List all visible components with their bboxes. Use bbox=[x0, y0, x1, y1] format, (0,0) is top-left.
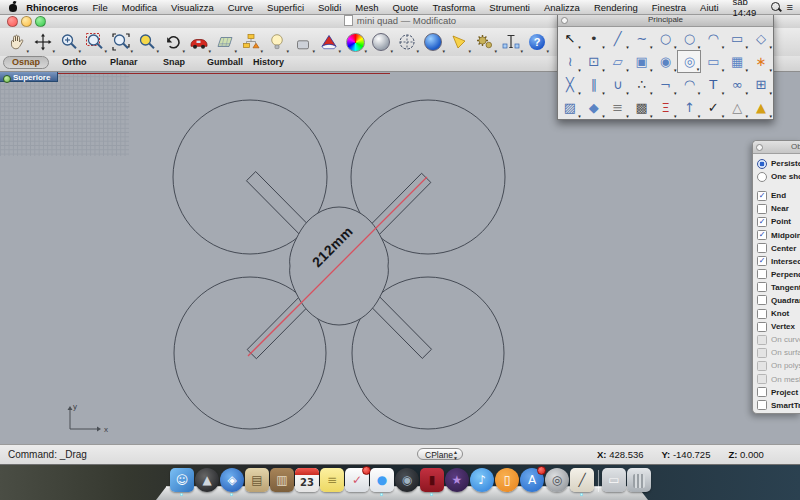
palette-tool-plane[interactable]: ▭▾ bbox=[701, 50, 725, 73]
palette-tool-grid-array[interactable]: ▩▾ bbox=[630, 96, 654, 119]
top-viewport[interactable]: Superiore 212mm bbox=[0, 71, 800, 444]
palette-tool-solid-tools[interactable]: ◆▾ bbox=[582, 96, 606, 119]
menu-item-strumenti[interactable]: Strumenti bbox=[489, 2, 530, 13]
palette-tool-ellipse[interactable]: ○▾ bbox=[677, 27, 701, 50]
palette-tool-trim[interactable]: ╳▾ bbox=[558, 73, 582, 96]
palette-close-button[interactable] bbox=[561, 17, 568, 24]
menu-item-mesh[interactable]: Mesh bbox=[355, 2, 378, 13]
palette-tool-point[interactable]: •▾ bbox=[582, 27, 606, 50]
rendered-view-icon[interactable]: ▾ bbox=[420, 30, 446, 54]
rotate-view-icon[interactable]: ▾ bbox=[30, 30, 56, 54]
palette-tool-contour[interactable]: ≡▾ bbox=[606, 96, 630, 119]
dock-item-calendar[interactable]: 23 bbox=[295, 468, 319, 492]
palette-tool-polygon[interactable]: ◇▾ bbox=[749, 27, 773, 50]
palette-tool-curve[interactable]: ∼▾ bbox=[630, 27, 654, 50]
palette-tool-circle[interactable]: ○▾ bbox=[654, 27, 678, 50]
menu-item-curve[interactable]: Curve bbox=[228, 2, 253, 13]
mode-toggle-history[interactable]: History bbox=[253, 57, 284, 67]
menu-item-quote[interactable]: Quote bbox=[393, 2, 419, 13]
osnap-check-smarttra[interactable]: SmartTra bbox=[757, 399, 800, 412]
center-body[interactable] bbox=[290, 207, 389, 325]
osnap-check-on-mesh[interactable]: On mesh bbox=[757, 373, 800, 386]
camera-car-icon[interactable]: ▾ bbox=[186, 30, 212, 54]
osnap-panel-close-button[interactable] bbox=[756, 144, 763, 151]
palette-tool-check[interactable]: ✓▾ bbox=[701, 96, 725, 119]
notification-center-icon[interactable]: ≡ bbox=[787, 2, 793, 12]
command-prompt[interactable]: Command: _Drag bbox=[8, 449, 87, 460]
dock-item-ibooks[interactable]: ▯ bbox=[495, 468, 519, 492]
undo-view-icon[interactable]: ▾ bbox=[160, 30, 186, 54]
menu-item-rendering[interactable]: Rendering bbox=[594, 2, 638, 13]
shaded-view-icon[interactable]: ▾ bbox=[368, 30, 394, 54]
osnap-radio-one-shot[interactable]: One shot bbox=[757, 170, 800, 183]
dock-item-finder[interactable]: ☺ bbox=[170, 468, 194, 492]
help-icon[interactable]: ?▾ bbox=[524, 30, 550, 54]
palette-tool-box[interactable]: ▣▾ bbox=[630, 50, 654, 73]
organize-icon[interactable]: ▾ bbox=[238, 30, 264, 54]
menu-item-trasforma[interactable]: Trasforma bbox=[432, 2, 475, 13]
osnap-check-on-surfa[interactable]: On surfa bbox=[757, 346, 800, 359]
palette-tool-split[interactable]: ∥▾ bbox=[582, 73, 606, 96]
zoom-in-icon[interactable]: ▾ bbox=[56, 30, 82, 54]
visibility-cone-icon[interactable]: ▾ bbox=[446, 30, 472, 54]
menu-item-modifica[interactable]: Modifica bbox=[122, 2, 157, 13]
palette-tool-sphere[interactable]: ◉▾ bbox=[654, 50, 678, 73]
gears-icon[interactable]: ▾ bbox=[472, 30, 498, 54]
mode-toggle-snap[interactable]: Snap bbox=[163, 57, 185, 67]
cplane-dropdown[interactable]: CPlane ▲▼ bbox=[417, 448, 463, 460]
dock-item-messages[interactable]: ● bbox=[370, 468, 394, 492]
zoom-window-icon[interactable]: ▾ bbox=[82, 30, 108, 54]
dock-item-browser-compass[interactable]: ◈ bbox=[220, 468, 244, 492]
palette-tool-surface[interactable]: ▱▾ bbox=[606, 50, 630, 73]
spotlight-icon[interactable] bbox=[771, 2, 778, 12]
osnap-check-near[interactable]: Near bbox=[757, 202, 800, 215]
dimension-line[interactable] bbox=[248, 177, 427, 356]
menu-item-analizza[interactable]: Analizza bbox=[544, 2, 580, 13]
dock-item-media-player[interactable]: ▮ bbox=[420, 468, 444, 492]
dock-item-contacts[interactable]: ▥ bbox=[270, 468, 294, 492]
palette-tool-join[interactable]: ▦▾ bbox=[725, 50, 749, 73]
mode-toggle-planar[interactable]: Planar bbox=[110, 57, 138, 67]
osnap-check-project[interactable]: Project bbox=[757, 386, 800, 399]
palette-tool-cone-tools[interactable]: △▾ bbox=[725, 96, 749, 119]
dock-item-document[interactable]: ▭ bbox=[602, 468, 626, 492]
lightbulb-icon[interactable]: ▾ bbox=[264, 30, 290, 54]
osnap-check-vertex[interactable]: Vertex bbox=[757, 320, 800, 333]
osnap-check-on-curve[interactable]: On curve bbox=[757, 333, 800, 346]
dock-item-mail[interactable]: ▤ bbox=[245, 468, 269, 492]
palette-tool-polyline[interactable]: ╱▾ bbox=[606, 27, 630, 50]
osnap-radio-persisten[interactable]: Persisten bbox=[757, 157, 800, 170]
osnap-check-knot[interactable]: Knot bbox=[757, 307, 800, 320]
palette-tool-boolean[interactable]: ∪▾ bbox=[606, 73, 630, 96]
mode-toggle-ortho[interactable]: Ortho bbox=[62, 57, 87, 67]
osnap-check-intersect[interactable]: ✓Intersect bbox=[757, 255, 800, 268]
dock-item-pen-tool[interactable]: ╱ bbox=[570, 468, 594, 492]
menu-item-solidi[interactable]: Solidi bbox=[318, 2, 341, 13]
menu-item-finestra[interactable]: Finestra bbox=[652, 2, 686, 13]
palette-tool-fillet[interactable]: ¬▾ bbox=[654, 73, 678, 96]
palette-tool-cylinder[interactable]: ◎▾ bbox=[677, 50, 701, 73]
dock-item-app-store[interactable]: A bbox=[520, 468, 544, 492]
palette-tool-explode[interactable]: ∗▾ bbox=[749, 50, 773, 73]
lock-icon[interactable]: ▾ bbox=[290, 30, 316, 54]
palette-tool-hatch[interactable]: ▨▾ bbox=[558, 96, 582, 119]
osnap-check-tangent[interactable]: Tangent bbox=[757, 281, 800, 294]
mode-toggle-osnap[interactable]: Osnap bbox=[3, 56, 49, 69]
dock-item-itunes[interactable]: ♪ bbox=[470, 468, 494, 492]
wireframe-view-icon[interactable]: ▾ bbox=[394, 30, 420, 54]
dock-item-trash[interactable] bbox=[627, 468, 651, 492]
osnap-check-end[interactable]: ✓End bbox=[757, 189, 800, 202]
osnap-panel-title-bar[interactable]: Obj bbox=[753, 141, 800, 154]
osnap-check-midpoint[interactable]: ✓Midpoint bbox=[757, 228, 800, 241]
dock-item-launchpad[interactable]: ▲ bbox=[195, 468, 219, 492]
palette-tool-array[interactable]: ⊞▾ bbox=[749, 73, 773, 96]
osnap-check-perpendi[interactable]: Perpendi bbox=[757, 268, 800, 281]
palette-tool-section[interactable]: Ξ▾ bbox=[654, 96, 678, 119]
dock-item-imovie[interactable]: ★ bbox=[445, 468, 469, 492]
menu-item-file[interactable]: File bbox=[92, 2, 107, 13]
palette-tool-link[interactable]: ∞▾ bbox=[725, 73, 749, 96]
palette-tool-extrude[interactable]: ↑▾ bbox=[677, 96, 701, 119]
mode-toggle-gumball[interactable]: Gumball bbox=[207, 57, 243, 67]
osnap-check-point[interactable]: ✓Point bbox=[757, 215, 800, 228]
layers-map-icon[interactable]: ▾ bbox=[212, 30, 238, 54]
